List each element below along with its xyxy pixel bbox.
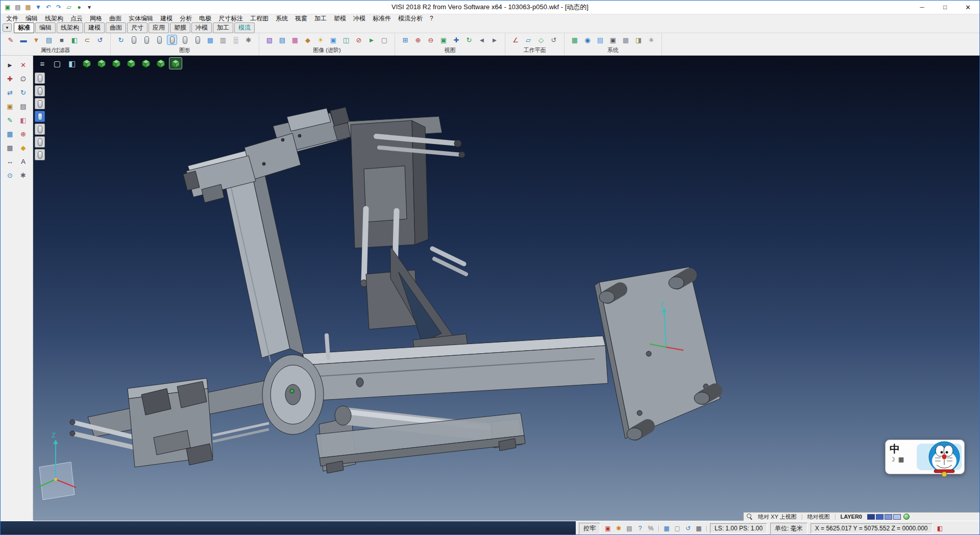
graphics-settings-icon[interactable]: ✱ [243, 35, 254, 45]
pan-icon[interactable]: ✚ [451, 35, 461, 45]
tab-11[interactable]: 模流 [234, 22, 255, 33]
copy-tool-icon[interactable]: ▣ [5, 101, 15, 111]
status-percent-icon[interactable]: % [646, 524, 655, 533]
iso-view-2-button[interactable] [95, 57, 108, 69]
ime-moon-icon[interactable]: ☽ [890, 456, 895, 463]
maximize-button[interactable]: □ [934, 1, 957, 14]
layers-tool-icon[interactable]: ▦ [5, 129, 15, 139]
status-blank-icon[interactable]: ▢ [673, 524, 682, 533]
workplane-axes-icon[interactable]: ∠ [510, 35, 521, 45]
graphics-slot-5[interactable] [180, 35, 190, 45]
system-table-icon[interactable]: ▤ [595, 35, 605, 45]
viewport-3d[interactable]: Z Z ≡▢◧ 中 [33, 56, 979, 521]
qat-globe-icon[interactable]: ● [75, 3, 84, 12]
fill-tool-icon[interactable]: ◆ [18, 142, 29, 153]
tab-9[interactable]: 冲模 [191, 22, 212, 33]
advanced-render-icon[interactable]: ▦ [290, 35, 300, 45]
attribute-format-icon[interactable]: ▬ [18, 35, 29, 45]
view-next-icon[interactable]: ► [489, 35, 500, 45]
units-status[interactable]: 单位: 毫米 [770, 523, 807, 534]
advanced-camera-icon[interactable]: ▣ [328, 35, 338, 45]
attribute-edit-icon[interactable]: ✎ [6, 35, 16, 45]
tab-2[interactable]: 编辑 [35, 22, 56, 33]
ime-language-indicator[interactable]: 中 [890, 444, 904, 454]
iso-view-5-button[interactable] [139, 57, 153, 69]
iso-view-7-button[interactable] [169, 57, 182, 69]
status-paint-icon[interactable]: ✱ [614, 524, 623, 533]
menu-item-8[interactable]: 建模 [157, 14, 176, 23]
measure-tool-icon[interactable]: ∅ [18, 74, 29, 84]
layer-color-swatch-4[interactable] [893, 514, 901, 520]
grid-tool-icon[interactable]: ▩ [5, 142, 15, 153]
status-grid-icon[interactable]: ▦ [694, 524, 703, 533]
ime-toolbar[interactable]: 中 ☽ ▦ [885, 440, 965, 474]
filter-layers-icon[interactable]: ▤ [44, 35, 54, 45]
absolute-view-status[interactable]: 绝对视图 [805, 513, 832, 521]
view-orientation-status[interactable]: 绝对 XY 上视图 [755, 513, 799, 521]
iso-view-3-button[interactable] [110, 57, 123, 69]
clipboard-slot-4[interactable] [35, 111, 45, 122]
graphics-shade-icon[interactable]: ▩ [205, 35, 215, 45]
menu-item-18[interactable]: 标准件 [369, 14, 395, 23]
system-matrix-icon[interactable]: ▩ [621, 35, 631, 45]
advanced-clip-icon[interactable]: ⊘ [354, 35, 364, 45]
move-tool-icon[interactable]: ⇄ [5, 87, 15, 98]
advanced-section-icon[interactable]: ◫ [341, 35, 351, 45]
tab-4[interactable]: 建模 [84, 22, 105, 33]
advanced-light-icon[interactable]: ☀ [315, 35, 326, 45]
status-print-icon[interactable]: ▤ [625, 524, 634, 533]
view-previous-icon[interactable]: ◄ [477, 35, 487, 45]
close-button[interactable]: ✕ [957, 1, 979, 14]
clipboard-slot-6[interactable] [35, 136, 45, 148]
graphics-slot-3[interactable] [154, 35, 164, 45]
clipboard-slot-7[interactable] [35, 149, 45, 160]
status-orb-icon[interactable] [903, 514, 910, 520]
qat-screen-icon[interactable]: ▣ [3, 3, 12, 12]
menu-item-12[interactable]: 工程图 [247, 14, 272, 23]
status-open-icon[interactable]: ▦ [662, 524, 671, 533]
status-help-icon[interactable]: ? [635, 524, 645, 533]
system-tools-icon[interactable]: ✳ [646, 35, 656, 45]
redraw-icon[interactable]: ↻ [116, 35, 126, 45]
system-palette-icon[interactable]: ▦ [570, 35, 580, 45]
view-shaded-button[interactable]: ◧ [65, 57, 79, 69]
menu-item-17[interactable]: 冲模 [350, 14, 369, 23]
tab-3[interactable]: 线架构 [57, 22, 83, 33]
graphics-slot-2[interactable] [141, 35, 152, 45]
menu-item-6[interactable]: 曲面 [106, 14, 125, 23]
advanced-material-icon[interactable]: ◆ [303, 35, 313, 45]
workplane-align-icon[interactable]: ◇ [536, 35, 546, 45]
settings-tool-icon[interactable]: ✱ [18, 170, 29, 180]
filter-reset-icon[interactable]: ↺ [95, 35, 105, 45]
status-display-icon[interactable]: ◧ [936, 524, 945, 533]
qat-redo-icon[interactable]: ↷ [54, 3, 63, 12]
paste-tool-icon[interactable]: ▤ [18, 101, 29, 111]
qat-save-icon[interactable]: ▼ [34, 3, 43, 12]
menu-item-11[interactable]: 尺寸标注 [215, 14, 247, 23]
tab-10[interactable]: 加工 [213, 22, 233, 33]
view-list-button[interactable]: ≡ [36, 57, 49, 69]
text-tool-icon[interactable]: A [18, 156, 29, 166]
graphics-slot-6[interactable] [192, 35, 203, 45]
trim-tool-icon[interactable]: ✕ [18, 60, 29, 70]
filter-faces-icon[interactable]: ◧ [69, 35, 80, 45]
ime-tools-icon[interactable]: ▦ [898, 456, 904, 463]
iso-view-1-button[interactable] [80, 57, 93, 69]
system-monitor-icon[interactable]: ▣ [608, 35, 618, 45]
search-icon[interactable] [747, 514, 753, 520]
graphics-wire-icon[interactable]: ▥ [218, 35, 228, 45]
minimize-button[interactable]: ─ [911, 1, 934, 14]
iso-view-4-button[interactable] [125, 57, 138, 69]
tab-7[interactable]: 应用 [149, 22, 169, 33]
menu-item-9[interactable]: 分析 [176, 14, 195, 23]
qat-print-icon[interactable]: ▤ [13, 3, 22, 12]
workplane-reset-icon[interactable]: ↺ [549, 35, 559, 45]
menu-item-16[interactable]: 塑模 [330, 14, 350, 23]
graphics-slot-4[interactable] [167, 35, 177, 45]
active-layer-status[interactable]: LAYER0 [838, 514, 865, 520]
graphics-texture-icon[interactable]: ▒ [231, 35, 241, 45]
tab-1[interactable]: 标准 [14, 22, 34, 33]
filter-chain-icon[interactable]: ⊂ [82, 35, 92, 45]
iso-view-6-button[interactable] [154, 57, 167, 69]
zoom-window-icon[interactable]: ⊞ [400, 35, 410, 45]
